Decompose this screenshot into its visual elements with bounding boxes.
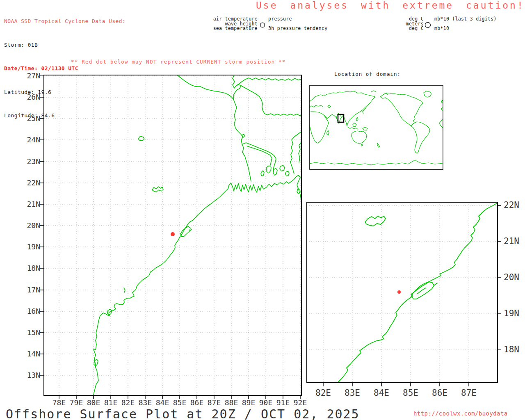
lon-tick-label: 87E — [205, 398, 224, 407]
legend-unit-mb10-bottom: mb*10 — [434, 26, 497, 31]
lat-tick-label: 18N — [21, 264, 40, 272]
site-url: http://coolwx.com/buoydata — [413, 410, 508, 417]
lon-tick-label: 83E — [337, 388, 368, 398]
lat-tick-label: 22N — [504, 200, 519, 210]
lon-tick-label: 82E — [119, 398, 137, 407]
lon-tick-label: 79E — [67, 398, 86, 407]
warning-note: ** Red dot below may NOT represent CURRE… — [71, 59, 286, 65]
lat-tick-label: 15N — [21, 328, 40, 337]
world-inset-frame — [310, 85, 443, 169]
lat-tick-label: 16N — [21, 307, 40, 315]
lat-tick-label: 25N — [21, 114, 40, 123]
lon-tick-label: 92E — [291, 398, 310, 407]
lon-tick-label: 89E — [239, 398, 258, 407]
lon-tick-label: 91E — [274, 398, 292, 407]
data-source-label: NOAA SSD Tropical Cyclone Data Used: — [4, 17, 126, 25]
lat-tick-label: 23N — [21, 157, 40, 166]
lon-tick-label: 87E — [454, 388, 484, 398]
lon-tick-label: 83E — [136, 398, 155, 407]
lon-tick-label: 85E — [395, 388, 426, 398]
lon-tick-label: 88E — [222, 398, 241, 407]
plot-title: Offshore Surface Plot at 20Z / OCT 02, 2… — [6, 407, 360, 420]
storm-position-dot-zoom — [397, 290, 401, 294]
lon-tick-label: 90E — [256, 398, 275, 407]
lon-tick-label: 85E — [170, 398, 189, 407]
lat-tick-label: 26N — [21, 93, 40, 101]
lon-tick-label: 84E — [366, 388, 397, 398]
lat-tick-label: 27N — [21, 71, 40, 80]
storm-position-dot — [171, 232, 175, 236]
lat-tick-label: 21N — [504, 236, 519, 247]
lat-tick-label: 18N — [504, 344, 519, 355]
lat-tick-label: 20N — [21, 221, 40, 230]
lon-tick-label: 84E — [153, 398, 172, 407]
lat-tick-label: 14N — [21, 349, 40, 358]
lon-tick-label: 86E — [187, 398, 206, 407]
lon-tick-label: 86E — [425, 388, 455, 398]
lon-tick-label: 80E — [84, 398, 103, 407]
lon-tick-label: 78E — [50, 398, 68, 407]
lon-tick-label: 81E — [101, 398, 120, 407]
station-model-legend-left: air temperature pressure wave height sea… — [193, 17, 327, 31]
lat-tick-label: 24N — [21, 135, 40, 144]
legend-pressure: pressure — [268, 17, 327, 22]
zoom-map-coastline — [338, 203, 498, 383]
legend-sea-temperature: sea temperature — [193, 26, 258, 31]
legend-unit-degc-bottom: deg C — [359, 26, 424, 31]
lat-tick-label: 19N — [504, 308, 519, 319]
zoom-map-grid — [307, 202, 498, 383]
legend-unit-mb10-top: mb*10 (last 3 digits) — [434, 17, 497, 22]
lon-tick-label: 82E — [308, 388, 338, 398]
lat-tick-label: 13N — [21, 371, 40, 379]
station-model-legend-right: deg C mb*10 (last 3 digits) meters deg C… — [359, 17, 497, 31]
lat-tick-label: 22N — [21, 178, 40, 187]
lat-tick-label: 21N — [21, 200, 40, 208]
caution-banner: Use analyses with extreme caution! — [256, 0, 525, 11]
lat-tick-label: 20N — [504, 272, 519, 283]
lat-tick-label: 19N — [21, 242, 40, 251]
lat-tick-label: 17N — [21, 285, 40, 294]
legend-pressure-tendency: 3h pressure tendency — [268, 26, 327, 31]
zoom-map-frame — [307, 202, 498, 383]
storm-id: Storm: 01B — [4, 41, 126, 49]
domain-inset-title: Location of domain: — [334, 71, 401, 77]
world-inset-coastline — [310, 91, 443, 165]
